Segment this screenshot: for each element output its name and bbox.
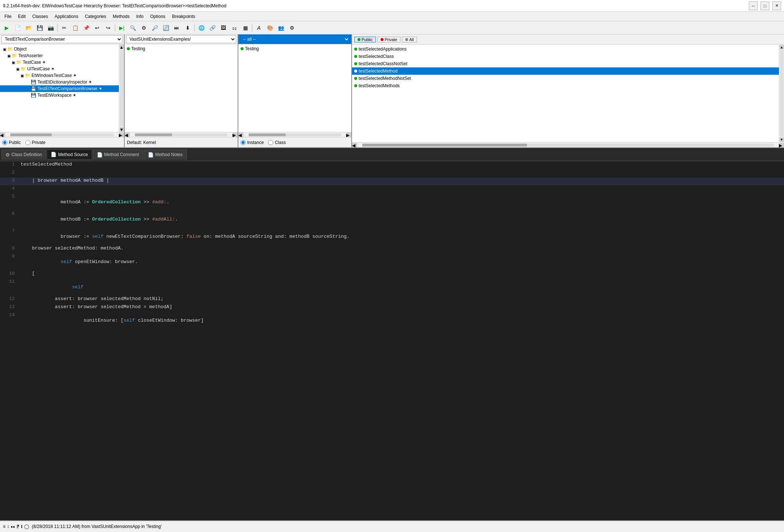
line-content-10: [ <box>18 270 38 277</box>
expand-testcase[interactable]: ▣ <box>12 60 16 64</box>
step-into-button[interactable]: ⬇ <box>183 23 193 33</box>
methods-scrollbar-h[interactable]: ◀ ▶ <box>352 142 784 147</box>
camera-button[interactable]: 📷 <box>45 23 56 33</box>
code-line-10: 10 [ <box>0 270 784 278</box>
filter-private-button[interactable]: Private <box>377 37 400 43</box>
maximize-button[interactable]: □ <box>761 1 769 10</box>
bullet-testing <box>127 47 130 50</box>
tab-method-notes[interactable]: 📄 Method Notes <box>144 149 187 160</box>
copy-button[interactable]: 📋 <box>70 23 80 33</box>
expand-etwindowstestcase[interactable]: ▣ <box>21 74 25 78</box>
radio-public-input[interactable] <box>2 140 7 145</box>
methods-scrollbar-v[interactable]: ▲ ▼ <box>779 45 784 142</box>
save-button[interactable]: 💾 <box>34 23 45 33</box>
protocols-footer: Instance Class <box>238 137 351 147</box>
redo-button[interactable]: ↪ <box>103 23 113 33</box>
method-item-testselectedclassnotset[interactable]: testSelectedClassNotSet <box>352 60 779 67</box>
image-button[interactable]: 🖼 <box>218 23 228 33</box>
dot-all <box>405 38 408 41</box>
tree-item-testasserter[interactable]: ▣ 📁 TestAsserter <box>0 52 119 59</box>
method-item-testselectedapps[interactable]: testSelectedApplications <box>352 45 779 53</box>
cut-button[interactable]: ✂ <box>59 23 69 33</box>
browse-button[interactable]: ⚙ <box>139 23 149 33</box>
protocols-content: Testing <box>238 44 351 132</box>
menu-options[interactable]: Options <box>147 13 168 20</box>
expand-object[interactable]: ▣ <box>3 47 7 51</box>
undo-button[interactable]: ↩ <box>92 23 102 33</box>
users-button[interactable]: 👥 <box>276 23 286 33</box>
connect-button[interactable]: 🔗 <box>207 23 217 33</box>
methods-content: testSelectedApplications testSelectedCla… <box>352 45 779 142</box>
method-item-testselectedmethods[interactable]: testSelectedMethods <box>352 82 779 89</box>
filter-all-button[interactable]: All <box>402 37 417 43</box>
code-line-3: 3 | browser methodA methodB | <box>0 177 784 185</box>
menu-methods[interactable]: Methods <box>110 13 132 20</box>
radio-private[interactable]: Private <box>25 140 45 145</box>
globe-button[interactable]: 🌐 <box>196 23 206 33</box>
radio-instance[interactable]: Instance <box>241 140 264 145</box>
tree-item-testdictinspector[interactable]: 💾 TestEtDictionaryInspector ✶ <box>0 79 119 85</box>
filter-public-button[interactable]: Public <box>354 37 376 43</box>
radio-public[interactable]: Public <box>2 140 21 145</box>
settings-button[interactable]: ⚙ <box>287 23 297 33</box>
menu-classes[interactable]: Classes <box>29 13 51 20</box>
class-hierarchy-scrollbar-h[interactable]: ◀ ▶ <box>0 132 124 137</box>
class-hierarchy-header: TestEtTextComparisonBrowser <box>0 34 124 44</box>
class-hierarchy-content-area: ▣ 📁 Object ▣ 📁 TestAsserter <box>0 44 124 132</box>
code-editor[interactable]: 1 testSelectedMethod 2 3 | browser metho… <box>0 161 784 526</box>
tree-item-etwindowstestcase[interactable]: ▣ 📁 EtWindowsTestCase ✶ <box>0 72 119 79</box>
font-button[interactable]: A <box>254 23 264 33</box>
grid-button[interactable]: ⚏ <box>229 23 239 33</box>
refresh-button[interactable]: 🔄 <box>161 23 171 33</box>
tree-item-testcase[interactable]: ▣ 📁 TestCase ✶ <box>0 59 119 66</box>
tab-method-source[interactable]: 📄 Method Source <box>47 149 92 160</box>
protocols-dropdown[interactable]: -- all -- <box>240 35 350 43</box>
tab-method-comment[interactable]: 📄 Method Comment <box>93 149 143 160</box>
menu-applications[interactable]: Applications <box>52 13 81 20</box>
expand-testasserter[interactable]: ▣ <box>7 54 12 58</box>
menu-categories[interactable]: Categories <box>82 13 109 20</box>
color-button[interactable]: 🎨 <box>265 23 275 33</box>
tree-item-object[interactable]: ▣ 📁 Object <box>0 46 119 52</box>
categories-content: Testing <box>125 44 238 132</box>
separator-3 <box>194 24 195 32</box>
step-over-button[interactable]: ⏭ <box>172 23 182 33</box>
categories-scrollbar-h[interactable]: ◀ ▶ <box>125 132 238 137</box>
close-button[interactable]: ✕ <box>772 1 781 10</box>
tree-item-testtextcomparison[interactable]: 💾 TestEtTextComparisonBrowser ✶ <box>0 85 119 92</box>
protocols-content-area: Testing <box>238 44 351 132</box>
menu-info[interactable]: Info <box>133 13 147 20</box>
line-content-12: assert: browser selectedMethod notNil; <box>18 296 166 302</box>
find-button[interactable]: 🔎 <box>150 23 160 33</box>
class-hierarchy-scrollbar-v[interactable]: ▲ ▼ <box>119 44 124 132</box>
table-button[interactable]: ▦ <box>240 23 250 33</box>
category-item-testing[interactable]: Testing <box>125 45 238 52</box>
method-item-testselectedmethodnotset[interactable]: testSelectedMethodNotSet <box>352 75 779 82</box>
protocol-item-testing[interactable]: Testing <box>238 45 351 52</box>
line-content-3: | browser methodA methodB | <box>18 177 112 184</box>
radio-instance-input[interactable] <box>241 140 246 145</box>
open-button[interactable]: 📂 <box>23 23 34 33</box>
categories-dropdown[interactable]: VastSUnitExtensionsExamples/ <box>126 35 236 43</box>
protocols-panel: -- all -- Testing ◀ ▶ <box>238 34 352 147</box>
new-button[interactable]: 📄 <box>12 23 23 33</box>
run-button[interactable]: ▶ <box>1 23 12 33</box>
debug-button[interactable]: ▶| <box>117 23 127 33</box>
protocols-scrollbar-h[interactable]: ◀ ▶ <box>238 132 351 137</box>
expand-uitestcase[interactable]: ▣ <box>16 67 21 71</box>
radio-class[interactable]: Class <box>268 140 286 145</box>
method-item-testselectedclass[interactable]: testSelectedClass <box>352 53 779 60</box>
radio-class-input[interactable] <box>268 140 273 145</box>
menu-breakpoints[interactable]: Breakpoints <box>169 13 198 20</box>
menu-edit[interactable]: Edit <box>15 13 29 20</box>
tab-class-definition[interactable]: ⚙ Class Definition <box>1 149 46 160</box>
menu-file[interactable]: File <box>1 13 14 20</box>
minimize-button[interactable]: ─ <box>749 1 758 10</box>
tree-item-uitestcase[interactable]: ▣ 📁 UITestCase ✶ <box>0 66 119 72</box>
inspect-button[interactable]: 🔍 <box>128 23 138 33</box>
class-hierarchy-dropdown[interactable]: TestEtTextComparisonBrowser <box>1 35 122 43</box>
radio-private-input[interactable] <box>25 140 30 145</box>
tree-item-testetworkspace[interactable]: 💾 TestEtWorkspace ✶ <box>0 92 119 99</box>
method-item-testselectedmethod[interactable]: testSelectedMethod <box>352 67 779 75</box>
paste-button[interactable]: 📌 <box>81 23 91 33</box>
